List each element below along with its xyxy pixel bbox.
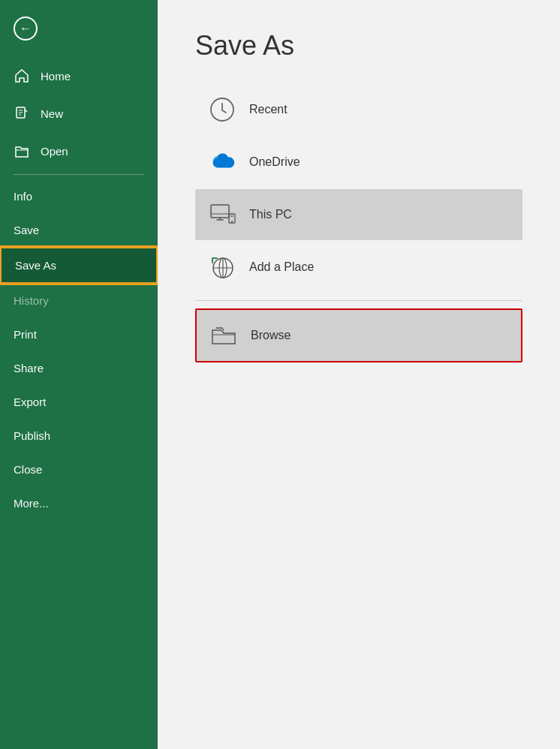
location-recent[interactable]: Recent (195, 84, 522, 135)
sidebar-item-export-label: Export (14, 396, 46, 408)
location-this-pc[interactable]: This PC (195, 189, 522, 240)
back-button[interactable]: ← (0, 0, 158, 57)
sidebar-item-print-label: Print (14, 328, 37, 341)
sidebar-item-info-label: Info (14, 190, 32, 203)
sidebar-item-home[interactable]: Home (0, 57, 158, 95)
sidebar-item-close[interactable]: Close (0, 453, 158, 486)
sidebar-item-history-label: History (14, 294, 49, 307)
sidebar-item-share-label: Share (14, 362, 44, 374)
location-recent-label: Recent (249, 103, 288, 116)
location-add-place-label: Add a Place (249, 260, 314, 274)
sidebar-item-print[interactable]: Print (0, 317, 158, 351)
new-icon (14, 105, 30, 122)
sidebar-item-more[interactable]: More... (0, 486, 158, 520)
home-icon (14, 68, 30, 84)
sidebar-item-open[interactable]: Open (0, 132, 158, 170)
back-arrow-icon: ← (20, 23, 32, 35)
sidebar-item-more-label: More... (14, 497, 49, 510)
sidebar-item-open-label: Open (41, 145, 68, 158)
sidebar-divider (14, 174, 144, 175)
sidebar-item-save-as[interactable]: Save As (0, 247, 158, 284)
sidebar-item-new[interactable]: New (0, 95, 158, 132)
location-browse[interactable]: Browse (195, 308, 522, 362)
clock-icon (207, 95, 237, 125)
onedrive-icon (207, 147, 237, 177)
sidebar-item-save-as-label: Save As (15, 259, 56, 272)
sidebar-item-share[interactable]: Share (0, 351, 158, 385)
main-content: Save As Recent OneDrive (158, 0, 560, 749)
sidebar-item-publish-label: Publish (14, 429, 50, 442)
location-browse-label: Browse (251, 329, 291, 342)
sidebar-item-close-label: Close (14, 463, 42, 476)
sidebar-item-history[interactable]: History (0, 284, 158, 317)
back-circle: ← (14, 17, 38, 41)
sidebar-item-save[interactable]: Save (0, 213, 158, 247)
sidebar: ← Home New Open (0, 0, 158, 749)
svg-rect-2 (211, 205, 229, 218)
sidebar-item-info[interactable]: Info (0, 179, 158, 213)
location-divider (195, 300, 522, 301)
location-onedrive[interactable]: OneDrive (195, 137, 522, 188)
location-onedrive-label: OneDrive (249, 155, 300, 169)
location-add-place[interactable]: Add a Place (195, 242, 522, 293)
browse-icon (209, 320, 239, 350)
pc-icon (207, 200, 237, 230)
open-icon (14, 143, 30, 159)
sidebar-item-new-label: New (41, 107, 63, 120)
sidebar-item-publish[interactable]: Publish (0, 419, 158, 453)
location-this-pc-label: This PC (249, 208, 292, 221)
sidebar-item-save-label: Save (14, 224, 39, 236)
sidebar-item-home-label: Home (41, 70, 71, 83)
sidebar-item-export[interactable]: Export (0, 385, 158, 419)
add-place-icon (207, 252, 237, 282)
svg-point-4 (231, 221, 233, 222)
page-title: Save As (195, 30, 522, 62)
